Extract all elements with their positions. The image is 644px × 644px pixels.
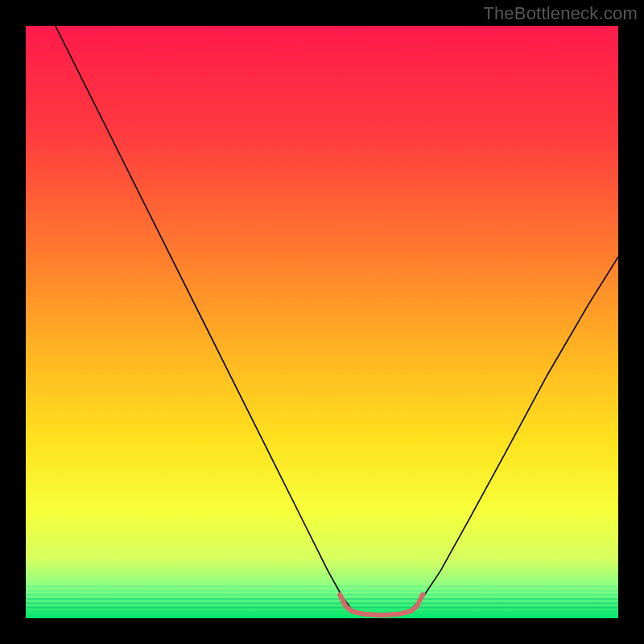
svg-rect-3 [26,598,618,600]
chart-svg [26,26,618,618]
svg-rect-0 [26,586,618,588]
svg-rect-5 [26,607,618,609]
plot-area [26,26,618,618]
gradient-bg [26,26,618,618]
chart-frame: TheBottleneck.com [0,0,644,644]
svg-rect-2 [26,594,618,596]
svg-rect-1 [26,590,618,592]
watermark-text: TheBottleneck.com [483,3,638,24]
svg-rect-4 [26,602,618,604]
